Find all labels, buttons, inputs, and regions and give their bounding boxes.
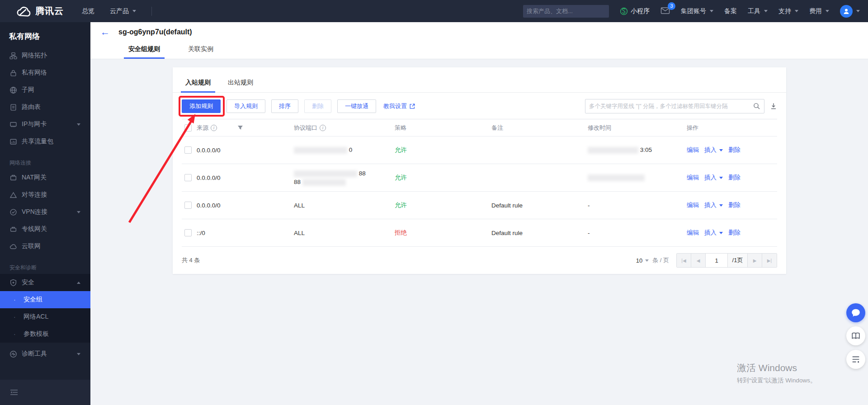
tab-associated-instances[interactable]: 关联实例	[184, 42, 218, 59]
open-all-ports-button[interactable]: 一键放通	[337, 99, 376, 113]
sidebar-item-security[interactable]: 安全	[0, 274, 90, 291]
pagination: |◀ ◀ 1 /1页 ▶ ▶|	[676, 253, 777, 268]
row-checkbox[interactable]	[184, 229, 192, 236]
nav-billing[interactable]: 费用	[809, 7, 829, 15]
insert-link[interactable]: 插入	[704, 146, 723, 154]
topology-icon	[9, 52, 17, 60]
page-number-input[interactable]: 1	[706, 254, 728, 267]
globe-icon	[9, 86, 17, 94]
cell-actions: 编辑 插入 删除	[687, 201, 777, 209]
cell-source: 0.0.0.0/0	[197, 174, 294, 181]
last-page-button[interactable]: ▶|	[762, 254, 777, 267]
cell-actions: 编辑 插入 删除	[687, 146, 777, 154]
tab-security-group-rules[interactable]: 安全组规则	[124, 42, 165, 59]
sidebar-item-ip-nic[interactable]: IP与网卡	[0, 116, 90, 133]
cell-note: Default rule	[491, 202, 588, 209]
tab-inbound-rules[interactable]: 入站规则	[181, 79, 215, 93]
redacted-blur	[294, 170, 357, 177]
edit-link[interactable]: 编辑	[687, 146, 699, 154]
next-page-button[interactable]: ▶	[748, 254, 762, 267]
rules-toolbar: 添加规则 导入规则 排序 删除 一键放通 教我设置	[182, 99, 777, 113]
delete-link[interactable]: 删除	[728, 229, 741, 237]
row-checkbox[interactable]	[184, 174, 192, 181]
cell-time: -	[588, 202, 687, 209]
delete-link[interactable]: 删除	[728, 146, 741, 154]
cell-source: 0.0.0.0/0	[197, 147, 294, 154]
sidebar-title: 私有网络	[0, 22, 90, 47]
select-all-checkbox[interactable]	[184, 124, 192, 132]
sidebar-item-subnet[interactable]: 子网	[0, 81, 90, 99]
edit-link[interactable]: 编辑	[687, 229, 699, 237]
back-button[interactable]: ←	[100, 28, 118, 37]
rule-filter[interactable]	[585, 99, 764, 113]
feedback-button[interactable]	[846, 350, 865, 369]
nav-beian[interactable]: 备案	[724, 7, 737, 15]
avatar[interactable]	[840, 5, 853, 18]
chevron-down-icon[interactable]	[856, 10, 860, 12]
docs-button[interactable]	[846, 326, 865, 345]
sidebar-item-nat[interactable]: NAT网关	[0, 169, 90, 186]
download-icon[interactable]	[770, 103, 777, 110]
customer-service-button[interactable]	[846, 303, 865, 322]
import-rule-button[interactable]: 导入规则	[226, 99, 265, 113]
table-header-row: 来源 i 协议端口 i 策略 备注 修改时间 操作	[182, 119, 777, 137]
bullet-icon: ·	[14, 330, 16, 338]
insert-link[interactable]: 插入	[704, 201, 723, 209]
sidebar-item-vpn[interactable]: VPN连接	[0, 203, 90, 221]
topbar-search[interactable]	[523, 5, 609, 18]
edit-link[interactable]: 编辑	[687, 201, 699, 209]
prev-page-button[interactable]: ◀	[691, 254, 706, 267]
page-size-select[interactable]: 10	[636, 257, 649, 264]
sidebar-item-network-topology[interactable]: 网络拓扑	[0, 47, 90, 64]
nav-group-account[interactable]: 集团账号	[681, 7, 713, 15]
insert-link[interactable]: 插入	[704, 229, 723, 237]
collapse-sidebar-icon[interactable]	[10, 389, 18, 396]
sidebar-item-vpc[interactable]: 私有网络	[0, 64, 90, 81]
chevron-down-icon	[826, 10, 829, 12]
sidebar-item-route-table[interactable]: 路由表	[0, 99, 90, 116]
chevron-down-icon	[795, 10, 798, 12]
teach-me-link[interactable]: 教我设置	[383, 102, 415, 110]
diagnostics-icon	[9, 350, 17, 358]
miniprogram-entry[interactable]: 小程序	[620, 7, 650, 15]
nav-products[interactable]: 云产品	[110, 7, 136, 15]
filter-funnel-icon[interactable]	[237, 125, 243, 131]
info-icon[interactable]: i	[320, 125, 326, 131]
edit-link[interactable]: 编辑	[687, 174, 699, 182]
rule-filter-input[interactable]	[589, 103, 753, 109]
topbar-search-input[interactable]	[527, 8, 606, 14]
nav-support[interactable]: 支持	[778, 7, 798, 15]
sidebar-item-direct-connect[interactable]: 专线网关	[0, 221, 90, 238]
direct-connect-icon	[9, 226, 17, 233]
insert-link[interactable]: 插入	[704, 174, 723, 182]
row-checkbox[interactable]	[184, 202, 192, 209]
info-icon[interactable]: i	[211, 125, 217, 131]
sidebar-item-network-acl[interactable]: · 网络ACL	[0, 308, 90, 325]
row-checkbox[interactable]	[184, 146, 192, 154]
sidebar-item-ccn[interactable]: 云联网	[0, 238, 90, 255]
shield-icon	[9, 279, 17, 287]
sidebar-footer	[0, 380, 90, 405]
chevron-down-icon	[77, 353, 80, 355]
messages-button[interactable]: 3	[660, 7, 670, 16]
table-row: 0.0.0.0/0 0 允许 3:05 编辑 插入 删除	[182, 137, 777, 164]
external-link-icon	[409, 103, 415, 109]
sidebar-item-shared-traffic[interactable]: 共享流量包	[0, 133, 90, 150]
brand-logo[interactable]: 腾讯云	[0, 5, 64, 17]
cell-time: 3:05	[588, 146, 687, 154]
peering-icon	[9, 191, 17, 199]
sidebar-item-diagnostic-tools[interactable]: 诊断工具	[0, 345, 90, 363]
sidebar-item-security-group[interactable]: · 安全组	[0, 291, 90, 308]
sort-button[interactable]: 排序	[271, 99, 298, 113]
delete-link[interactable]: 删除	[728, 174, 741, 182]
nav-overview[interactable]: 总览	[82, 7, 94, 15]
first-page-button[interactable]: |◀	[677, 254, 691, 267]
tab-outbound-rules[interactable]: 出站规则	[223, 79, 258, 93]
delete-link[interactable]: 删除	[728, 201, 741, 209]
nav-tools[interactable]: 工具	[748, 7, 768, 15]
add-rule-button[interactable]: 添加规则	[182, 99, 221, 113]
search-icon[interactable]	[753, 103, 760, 110]
rules-card: 入站规则 出站规则 添加规则 导入规则 排序 删除 一键放通 教我设置	[173, 67, 786, 274]
sidebar-item-param-template[interactable]: · 参数模板	[0, 325, 90, 343]
sidebar-item-peering[interactable]: 对等连接	[0, 186, 90, 203]
